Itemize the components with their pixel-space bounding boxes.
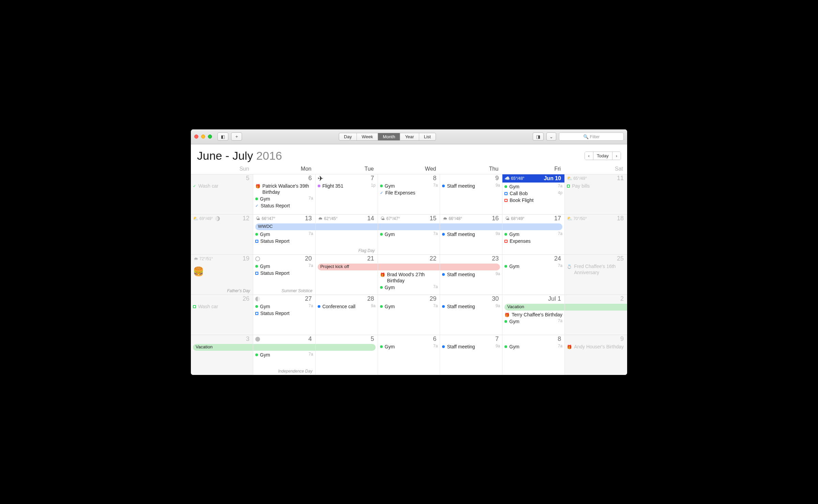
event-item[interactable]: Conference call9a (318, 303, 378, 310)
prev-month-button[interactable]: ‹ (585, 152, 593, 160)
multiday-event[interactable] (378, 223, 440, 230)
add-event-button[interactable]: ＋ (231, 132, 242, 141)
sidebar-toggle-button[interactable]: ◧ (217, 132, 228, 141)
day-cell[interactable]: 🌧62°/45°14 Flag Day (316, 214, 378, 254)
day-cell[interactable]: 🌧66°/48°16 Staff meeting9a (440, 214, 502, 254)
event-item[interactable]: ✓Wash car (193, 183, 253, 189)
event-item[interactable]: Gym7a (380, 303, 440, 310)
day-cell[interactable]: 9🎁Andy Houser's Birthday (565, 335, 627, 375)
multiday-event[interactable] (253, 344, 316, 351)
multiday-event[interactable] (378, 264, 440, 270)
day-cell[interactable]: 23 Staff meeting9a (440, 254, 502, 295)
event-item[interactable]: Gym7a (380, 183, 440, 189)
day-cell[interactable]: 20Gym7aStatus ReportSummer Solstice (253, 254, 316, 295)
event-item[interactable]: Gym7a (504, 263, 564, 270)
day-cell[interactable]: 30Staff meeting9a (440, 295, 502, 335)
day-cell[interactable]: 26Wash car (191, 295, 253, 335)
event-item[interactable]: Staff meeting9a (442, 271, 502, 278)
multiday-event[interactable]: Vacation (504, 304, 565, 311)
event-item[interactable]: Gym7a (380, 343, 440, 350)
day-cell[interactable]: 🌧72°/51°19🍔Father's Day (191, 254, 253, 295)
minimize-button[interactable] (201, 135, 205, 139)
close-button[interactable] (194, 135, 198, 139)
event-item[interactable]: 🎁Terry Chaffee's Birthday (504, 311, 564, 318)
day-cell[interactable]: 5 (316, 335, 378, 375)
event-item[interactable]: 💍Fred Chaffee's 16th Anniversary (567, 263, 627, 276)
inspector-menu-button[interactable]: ⌄ (546, 132, 556, 141)
event-item[interactable]: Gym7a (504, 231, 564, 238)
view-day[interactable]: Day (339, 133, 357, 140)
event-item[interactable]: Wash car (193, 303, 253, 310)
inspector-toggle-button[interactable]: ◨ (533, 132, 544, 141)
day-cell[interactable]: 3Vacation (191, 335, 253, 375)
event-item[interactable]: Gym7a (380, 231, 440, 238)
day-cell[interactable]: 🌤68°/49°17 Gym7aExpenses (502, 214, 565, 254)
event-item[interactable]: Expenses (504, 238, 564, 245)
day-cell[interactable]: 7Staff meeting9a (440, 335, 502, 375)
event-item[interactable]: Gym7a (380, 284, 440, 291)
event-item[interactable]: Gym7a (504, 183, 564, 190)
multiday-event[interactable]: Project kick off (318, 264, 378, 270)
event-item[interactable]: Staff meeting9a (442, 343, 502, 350)
event-item[interactable]: Staff meeting9a (442, 231, 502, 238)
event-item[interactable]: Call Bob4p (504, 190, 564, 197)
day-cell[interactable]: 8Gym7a✓File Expenses (378, 174, 440, 214)
event-item[interactable]: 🎁Brad Wood's 27th Birthday (380, 271, 440, 284)
event-item[interactable]: Gym7a (255, 263, 315, 270)
day-cell[interactable]: Jul 1Vacation🎁Terry Chaffee's BirthdayGy… (502, 295, 565, 335)
multiday-event[interactable] (316, 344, 376, 351)
event-item[interactable]: Book Flight (504, 197, 564, 204)
day-cell[interactable]: 27Gym7aStatus Report (253, 295, 316, 335)
event-item[interactable]: Status Report (255, 270, 315, 277)
event-item[interactable]: Gym7a (255, 195, 315, 202)
event-item[interactable]: Staff meeting9a (442, 303, 502, 310)
multiday-event[interactable] (440, 264, 500, 270)
day-cell[interactable]: 28Conference call9a (316, 295, 378, 335)
event-item[interactable]: ✓Status Report (255, 202, 315, 209)
today-button[interactable]: Today (593, 152, 612, 160)
day-cell[interactable]: 2 (565, 295, 627, 335)
multiday-event[interactable] (565, 304, 627, 311)
multiday-event[interactable] (316, 223, 378, 230)
multiday-event[interactable]: WWDC (255, 223, 316, 230)
event-item[interactable]: Gym7a (255, 351, 315, 358)
event-item[interactable]: Status Report (255, 310, 315, 317)
event-item[interactable]: Gym7a (255, 303, 315, 310)
event-item[interactable]: Gym7a (504, 318, 564, 325)
event-item[interactable]: Flight 3511p (318, 183, 378, 189)
day-cell[interactable]: ⛅65°/49°11Pay bills (565, 174, 627, 214)
day-cell[interactable]: 🌤67°/47°15 Gym7a (378, 214, 440, 254)
day-cell[interactable]: 25💍Fred Chaffee's 16th Anniversary (565, 254, 627, 295)
event-item[interactable]: Staff meeting9a (442, 183, 502, 189)
day-cell[interactable]: 9Staff meeting9a (440, 174, 502, 214)
day-cell[interactable]: 6Gym7a (378, 335, 440, 375)
event-item[interactable]: Gym7a (504, 343, 564, 350)
day-cell[interactable]: ☁️65°/48°Jun 10Gym7aCall Bob4pBook Fligh… (502, 174, 565, 214)
event-item[interactable]: 🎁Andy Houser's Birthday (567, 343, 627, 350)
day-cell[interactable]: ✈︎7Flight 3511p (316, 174, 378, 214)
day-cell[interactable]: 21Project kick off (316, 254, 378, 295)
multiday-event[interactable]: Vacation (193, 344, 253, 351)
event-item[interactable]: ✓File Expenses (380, 189, 440, 196)
day-cell[interactable]: 8Gym7a (502, 335, 565, 375)
view-year[interactable]: Year (400, 133, 419, 140)
day-cell[interactable]: 22 🎁Brad Wood's 27th BirthdayGym7a (378, 254, 440, 295)
event-item[interactable]: Gym7a (255, 231, 315, 238)
day-cell[interactable]: 🌤66°/47°13WWDCGym7aStatus Report (253, 214, 316, 254)
multiday-event[interactable] (440, 223, 502, 230)
event-item[interactable]: 🎁Patrick Wallace's 39th Birthday (255, 183, 315, 195)
day-cell[interactable]: 29Gym7a (378, 295, 440, 335)
day-cell[interactable]: 5✓Wash car (191, 174, 253, 214)
filter-search[interactable]: 🔍 Filter (559, 132, 624, 141)
event-item[interactable]: Status Report (255, 238, 315, 245)
view-month[interactable]: Month (378, 133, 400, 140)
day-cell[interactable]: 6🎁Patrick Wallace's 39th BirthdayGym7a✓S… (253, 174, 316, 214)
multiday-event[interactable] (502, 223, 562, 230)
day-cell[interactable]: 4 Gym7aIndependence Day (253, 335, 316, 375)
day-cell[interactable]: ⛅70°/50°18 (565, 214, 627, 254)
day-cell[interactable]: ⛅69°/49°12 (191, 214, 253, 254)
maximize-button[interactable] (208, 135, 212, 139)
next-month-button[interactable]: › (612, 152, 621, 160)
view-week[interactable]: Week (357, 133, 378, 140)
day-cell[interactable]: 24Gym7a (502, 254, 565, 295)
